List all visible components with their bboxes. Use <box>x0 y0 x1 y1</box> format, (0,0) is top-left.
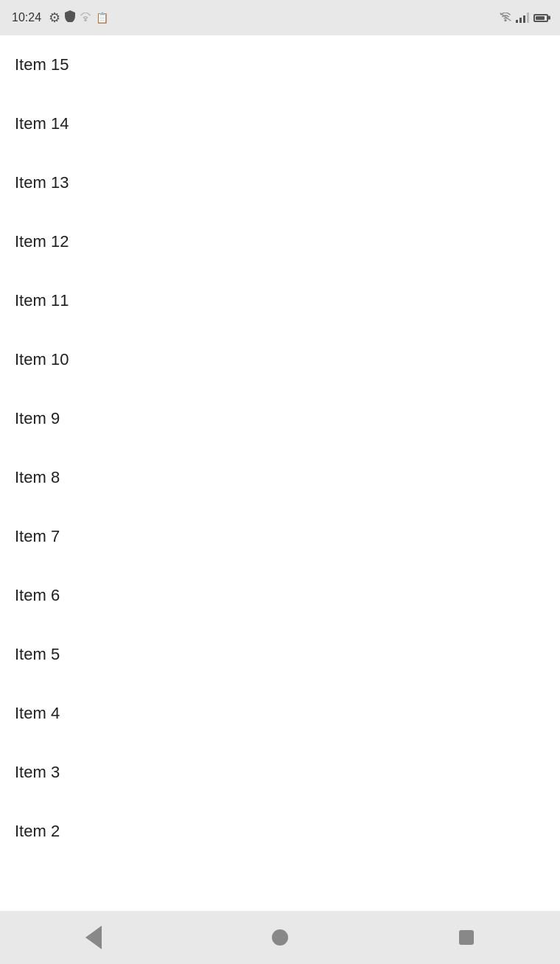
list-item-text: Item 15 <box>15 55 69 74</box>
list-item[interactable]: Item 4 <box>0 684 560 743</box>
status-icons: ⚙ ? 📋 <box>49 10 108 26</box>
list-item[interactable]: Item 3 <box>0 743 560 802</box>
recent-icon <box>459 930 474 945</box>
navigation-bar <box>0 911 560 964</box>
battery-icon <box>533 14 548 22</box>
status-bar-left: 10:24 ⚙ ? 📋 <box>12 10 108 26</box>
home-icon <box>272 929 288 946</box>
list-item-text: Item 13 <box>15 173 69 192</box>
signal-bars <box>516 13 529 23</box>
clipboard-icon: 📋 <box>96 12 108 24</box>
list-item[interactable]: Item 11 <box>0 271 560 330</box>
list-item-text: Item 4 <box>15 704 60 723</box>
list-item[interactable]: Item 8 <box>0 448 560 507</box>
status-bar: 10:24 ⚙ ? 📋 <box>0 0 560 35</box>
recent-button[interactable] <box>444 915 489 960</box>
svg-point-2 <box>505 20 506 21</box>
gear-icon: ⚙ <box>49 10 60 26</box>
list-item[interactable]: Item 10 <box>0 330 560 389</box>
list-item[interactable]: Item 14 <box>0 94 560 153</box>
home-button[interactable] <box>258 915 302 960</box>
back-icon <box>85 926 102 949</box>
list-item[interactable]: Item 5 <box>0 625 560 684</box>
status-time: 10:24 <box>12 11 41 24</box>
list-item[interactable]: Item 13 <box>0 153 560 212</box>
list-item-text: Item 3 <box>15 763 60 782</box>
list-item-text: Item 7 <box>15 527 60 546</box>
wifi-off-icon <box>500 11 511 24</box>
back-button[interactable] <box>71 915 116 960</box>
status-bar-right <box>500 11 548 24</box>
main-list[interactable]: Item 15Item 14Item 13Item 12Item 11Item … <box>0 35 560 911</box>
list-item-text: Item 12 <box>15 232 69 251</box>
svg-text:?: ? <box>85 15 87 20</box>
list-item-text: Item 14 <box>15 114 69 133</box>
shield-icon <box>65 10 75 25</box>
wifi-icon: ? <box>80 13 91 24</box>
list-item[interactable]: Item 7 <box>0 507 560 566</box>
list-item-text: Item 8 <box>15 468 60 487</box>
list-item-text: Item 2 <box>15 822 60 841</box>
list-item[interactable]: Item 6 <box>0 566 560 625</box>
list-item-text: Item 5 <box>15 645 60 664</box>
list-item[interactable]: Item 12 <box>0 212 560 271</box>
list-item[interactable]: Item 9 <box>0 389 560 448</box>
list-item-text: Item 9 <box>15 409 60 428</box>
list-item-text: Item 11 <box>15 291 69 310</box>
list-item[interactable]: Item 2 <box>0 802 560 861</box>
list-item-text: Item 10 <box>15 350 69 369</box>
list-item-text: Item 6 <box>15 586 60 605</box>
list-item[interactable]: Item 15 <box>0 35 560 94</box>
